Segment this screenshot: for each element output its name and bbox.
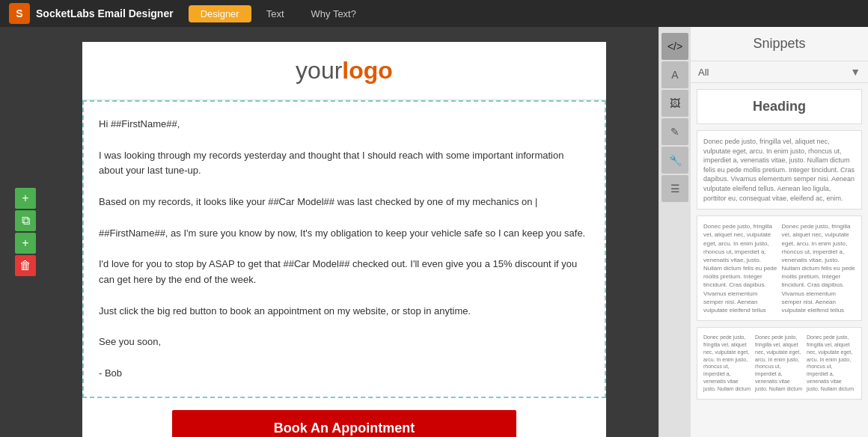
snippets-panel: Snippets All ▼ Heading Donec pede justo,…: [691, 27, 868, 437]
snippet-col-3-text: Donec pede justo, fringilla vel, aliquet…: [807, 334, 855, 392]
snippets-title: Snippets: [691, 27, 868, 61]
snippet-text-block-1[interactable]: Donec pede justo, fringilla vel, aliquet…: [697, 130, 862, 210]
canvas-area: + ⧉ + 🗑 yourlogo Hi ##FirstName##, I was…: [0, 27, 658, 437]
pen-icon: ✎: [670, 126, 679, 138]
main-area: + ⧉ + 🗑 yourlogo Hi ##FirstName##, I was…: [0, 27, 868, 437]
email-logo-text: yourlogo: [97, 57, 591, 85]
delete-block-button[interactable]: 🗑: [15, 255, 36, 276]
email-body-line2: I was looking through my records yesterd…: [99, 148, 590, 180]
snippets-filter-label: All: [698, 67, 846, 78]
sidebar-text-icon-button[interactable]: A: [661, 61, 688, 88]
top-navigation: S SocketLabs Email Designer Designer Tex…: [0, 0, 868, 27]
snippet-col-right: Donec pede justo, fringilla vel, aliquet…: [782, 222, 856, 314]
email-wrapper: yourlogo Hi ##FirstName##, I was looking…: [82, 42, 606, 422]
snippets-filter-row: All ▼: [691, 61, 868, 83]
snippet-col-1: Donec pede justo, fringilla vel, aliquet…: [703, 334, 752, 392]
logo-area: S SocketLabs Email Designer: [9, 3, 174, 24]
snippet-two-col-block[interactable]: Donec pede justo, fringilla vel, aliquet…: [697, 216, 862, 321]
sidebar-image-icon-button[interactable]: 🖼: [661, 90, 688, 117]
move-block-button[interactable]: +: [15, 233, 36, 254]
snippet-col-left: Donec pede justo, fringilla vel, aliquet…: [703, 222, 777, 314]
email-body-signature: - Bob: [99, 366, 590, 382]
snippet-three-col-block[interactable]: Donec pede justo, fringilla vel, aliquet…: [697, 327, 862, 399]
sidebar-wrench-icon-button[interactable]: 🔧: [661, 147, 688, 174]
left-toolbar: + ⧉ + 🗑: [15, 188, 36, 276]
email-cta-section: Book An Appointment: [82, 398, 606, 437]
nav-text-button[interactable]: Text: [254, 5, 296, 22]
sidebar-pen-icon-button[interactable]: ✎: [661, 118, 688, 145]
list-icon: ☰: [670, 183, 680, 195]
snippet-col-1-text: Donec pede justo, fringilla vel, aliquet…: [703, 334, 752, 392]
logo-your: your: [296, 57, 342, 84]
snippet-heading-text: Heading: [706, 99, 852, 114]
snippets-filter-button[interactable]: ▼: [850, 66, 861, 78]
code-icon: </>: [667, 40, 682, 52]
copy-block-button[interactable]: ⧉: [15, 210, 36, 231]
app-logo-icon: S: [9, 3, 30, 24]
email-body-line4: ##FirstName##, as I'm sure you know by n…: [99, 226, 590, 242]
add-block-button[interactable]: +: [15, 188, 36, 209]
wrench-icon: 🔧: [669, 154, 682, 166]
snippet-col-left-text: Donec pede justo, fringilla vel, aliquet…: [703, 222, 777, 314]
snippet-text-1: Donec pede justo, fringilla vel, aliquet…: [703, 137, 855, 203]
nav-why-text-button[interactable]: Why Text?: [299, 5, 368, 22]
snippet-col-right-text: Donec pede justo, fringilla vel, aliquet…: [782, 222, 856, 314]
snippet-col-3: Donec pede justo, fringilla vel, aliquet…: [807, 334, 855, 392]
sidebar-icon-rail: </> A 🖼 ✎ 🔧 ☰: [659, 27, 691, 437]
email-text-section[interactable]: Hi ##FirstName##, I was looking through …: [82, 100, 606, 398]
snippet-col-2-text: Donec pede justo, fringilla vel, aliquet…: [755, 334, 804, 392]
logo-logo: logo: [342, 57, 393, 84]
sidebar-list-icon-button[interactable]: ☰: [661, 175, 688, 202]
nav-designer-button[interactable]: Designer: [189, 5, 251, 22]
app-title: SocketLabs Email Designer: [36, 7, 174, 19]
email-body-line3: Based on my records, it looks like your …: [99, 195, 590, 210]
email-body-line5: I'd love for you to stop by ASAP to get …: [99, 257, 590, 288]
sidebar-code-icon-button[interactable]: </>: [661, 33, 688, 60]
text-icon: A: [671, 69, 678, 81]
email-body-line1: Hi ##FirstName##,: [99, 117, 590, 132]
sidebar-wrapper: </> A 🖼 ✎ 🔧 ☰ Snippets All ▼: [658, 27, 868, 437]
snippet-col-2: Donec pede justo, fringilla vel, aliquet…: [755, 334, 804, 392]
snippet-heading-block[interactable]: Heading: [697, 89, 862, 124]
book-appointment-button[interactable]: Book An Appointment: [172, 410, 516, 437]
image-icon: 🖼: [670, 97, 680, 109]
email-body-line6: Just click the big red button to book an…: [99, 304, 590, 320]
email-body-line7: See you soon,: [99, 334, 590, 350]
email-logo-section: yourlogo: [82, 42, 606, 100]
